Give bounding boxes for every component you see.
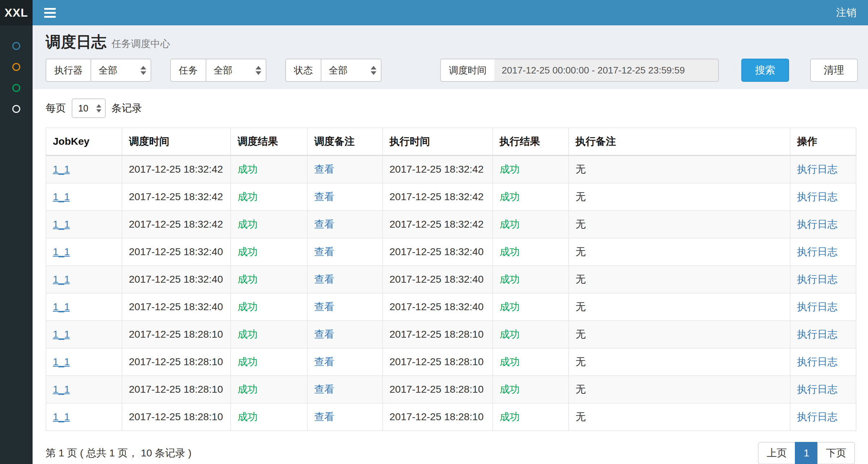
trigger-time-cell: 2017-12-25 18:28:10 <box>122 321 231 348</box>
clear-button[interactable]: 清理 <box>810 59 858 82</box>
executor-select-value: 全部 <box>98 64 117 77</box>
trigger-msg-link[interactable]: 查看 <box>314 246 334 257</box>
trigger-msg-link[interactable]: 查看 <box>314 301 334 312</box>
trigger-result-cell: 成功 <box>231 183 307 211</box>
xxl-job-admin: XXL 注销 调度日志 任务调度中心 执行器 全部 <box>0 0 868 464</box>
exec-log-link-cell: 执行日志 <box>790 183 856 211</box>
select-stepper-icon <box>256 66 261 75</box>
job-select-value: 全部 <box>214 64 232 77</box>
sidebar-item-job-manage[interactable] <box>0 56 33 77</box>
jobkey-link[interactable]: 1_1 <box>53 329 70 340</box>
pagination-prev: 上页 <box>758 442 796 464</box>
next-page-button[interactable]: 下页 <box>817 442 855 464</box>
select-stepper-icon <box>371 66 376 75</box>
jobkey-link[interactable]: 1_1 <box>53 356 70 367</box>
jobkey-link-cell: 1_1 <box>46 183 122 211</box>
current-page-button[interactable]: 1 <box>795 442 818 464</box>
handle-msg-cell: 无 <box>569 238 790 266</box>
exec-log-link[interactable]: 执行日志 <box>797 411 838 422</box>
exec-log-link[interactable]: 执行日志 <box>797 384 838 395</box>
jobkey-link-cell: 1_1 <box>46 211 122 238</box>
trigger-time-range-input[interactable] <box>494 59 719 82</box>
table-row: 1_12017-12-25 18:32:40成功查看2017-12-25 18:… <box>46 266 856 293</box>
jobkey-link[interactable]: 1_1 <box>53 219 70 230</box>
exec-log-link-cell: 执行日志 <box>790 266 856 293</box>
navbar-main: 注销 <box>33 0 868 25</box>
page-size-select[interactable]: 10 <box>72 98 106 118</box>
table-header-row: JobKey调度时间调度结果调度备注执行时间执行结果执行备注操作 <box>46 128 856 156</box>
handle-time-cell: 2017-12-25 18:28:10 <box>383 321 493 348</box>
exec-log-link[interactable]: 执行日志 <box>797 246 838 257</box>
column-header[interactable]: 执行结果 <box>493 128 569 156</box>
jobkey-link-cell: 1_1 <box>46 293 122 321</box>
jobkey-link-cell: 1_1 <box>46 348 122 376</box>
exec-log-link[interactable]: 执行日志 <box>797 301 838 312</box>
status-filter-group: 状态 全部 <box>285 59 382 82</box>
exec-log-link[interactable]: 执行日志 <box>797 191 838 202</box>
search-button[interactable]: 搜索 <box>741 59 789 82</box>
status-select[interactable]: 全部 <box>321 59 382 82</box>
handle-msg-cell: 无 <box>569 211 790 238</box>
sidebar-item-job-log[interactable] <box>0 77 33 98</box>
column-header[interactable]: 执行备注 <box>569 128 790 156</box>
handle-result-cell: 成功 <box>493 156 569 184</box>
sidebar-toggle-button[interactable] <box>33 8 56 18</box>
column-header[interactable]: JobKey <box>46 128 122 156</box>
jobkey-link[interactable]: 1_1 <box>53 384 70 395</box>
select-stepper-icon <box>96 104 101 113</box>
column-header[interactable]: 调度结果 <box>231 128 307 156</box>
jobkey-link[interactable]: 1_1 <box>53 191 70 202</box>
exec-log-link[interactable]: 执行日志 <box>797 274 838 285</box>
executor-select[interactable]: 全部 <box>90 59 151 82</box>
column-header[interactable]: 操作 <box>790 128 856 156</box>
trigger-time-cell: 2017-12-25 18:28:10 <box>122 403 231 431</box>
trigger-msg-link[interactable]: 查看 <box>314 384 334 395</box>
app-logo[interactable]: XXL <box>0 0 33 25</box>
trigger-result-cell: 成功 <box>231 376 307 403</box>
column-header[interactable]: 执行时间 <box>383 128 493 156</box>
jobkey-link[interactable]: 1_1 <box>53 274 70 285</box>
jobkey-link[interactable]: 1_1 <box>53 411 70 422</box>
circle-icon <box>12 105 20 113</box>
sidebar-item-executor-manage[interactable] <box>0 98 33 119</box>
exec-log-link[interactable]: 执行日志 <box>797 356 838 367</box>
trigger-time-cell: 2017-12-25 18:32:42 <box>122 156 231 184</box>
sidebar-item-dashboard[interactable] <box>0 35 33 56</box>
trigger-msg-link[interactable]: 查看 <box>314 274 334 285</box>
main-layout: 调度日志 任务调度中心 执行器 全部 任务 全部 <box>0 25 868 464</box>
column-header[interactable]: 调度备注 <box>307 128 383 156</box>
table-row: 1_12017-12-25 18:28:10成功查看2017-12-25 18:… <box>46 403 856 431</box>
trigger-msg-link-cell: 查看 <box>307 403 383 431</box>
pagination-current: 1 <box>796 442 818 464</box>
logout-link[interactable]: 注销 <box>825 0 868 25</box>
trigger-msg-link[interactable]: 查看 <box>314 164 334 175</box>
trigger-msg-link-cell: 查看 <box>307 376 383 403</box>
handle-result-cell: 成功 <box>493 266 569 293</box>
exec-log-link[interactable]: 执行日志 <box>797 164 838 175</box>
jobkey-link[interactable]: 1_1 <box>53 246 70 257</box>
handle-time-cell: 2017-12-25 18:32:40 <box>383 266 493 293</box>
handle-msg-cell: 无 <box>569 348 790 376</box>
handle-time-cell: 2017-12-25 18:32:40 <box>383 238 493 266</box>
column-header[interactable]: 调度时间 <box>122 128 231 156</box>
exec-log-link[interactable]: 执行日志 <box>797 219 838 230</box>
jobkey-link[interactable]: 1_1 <box>53 301 70 312</box>
trigger-time-filter-group: 调度时间 <box>440 59 719 82</box>
circle-icon <box>12 63 20 71</box>
exec-log-link[interactable]: 执行日志 <box>797 329 838 340</box>
trigger-msg-link[interactable]: 查看 <box>314 219 334 230</box>
trigger-msg-link[interactable]: 查看 <box>314 411 334 422</box>
trigger-msg-link[interactable]: 查看 <box>314 329 334 340</box>
job-log-table: JobKey调度时间调度结果调度备注执行时间执行结果执行备注操作 1_12017… <box>46 127 856 431</box>
trigger-time-cell: 2017-12-25 18:32:40 <box>122 293 231 321</box>
trigger-time-cell: 2017-12-25 18:28:10 <box>122 376 231 403</box>
trigger-msg-link-cell: 查看 <box>307 293 383 321</box>
trigger-msg-link[interactable]: 查看 <box>314 356 334 367</box>
job-select[interactable]: 全部 <box>206 59 266 82</box>
handle-result-cell: 成功 <box>493 238 569 266</box>
trigger-msg-link[interactable]: 查看 <box>314 191 334 202</box>
jobkey-link[interactable]: 1_1 <box>53 164 70 175</box>
executor-filter-group: 执行器 全部 <box>46 59 151 82</box>
prev-page-button[interactable]: 上页 <box>758 442 796 464</box>
handle-msg-cell: 无 <box>569 403 790 431</box>
